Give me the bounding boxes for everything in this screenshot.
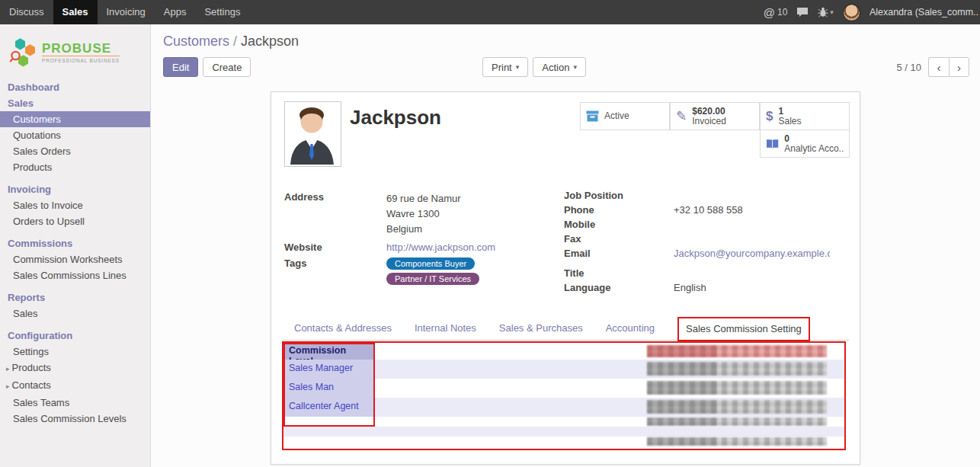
job-position-field: Job Position [564,190,846,202]
sidebar-section-invoicing[interactable]: Invoicing [0,181,150,197]
sidebar-item-products[interactable]: Products [0,159,150,175]
website-label: Website [284,241,386,253]
customer-form-sheet: Jackpson Active ✎ $620.00 Invoiced [271,91,860,465]
sidebar-item-orders-to-upsell[interactable]: Orders to Upsell [0,213,150,229]
action-menu-button[interactable]: Action▾ [533,57,586,77]
sidebar-item-sales-teams[interactable]: Sales Teams [0,395,150,411]
title-field: Title [564,267,846,280]
sidebar-section-commissions[interactable]: Commissions [0,235,150,251]
user-avatar[interactable] [843,4,860,21]
sidebar-item-commission-worksheets[interactable]: Commission Worksheets [0,251,150,267]
expand-caret-icon[interactable]: ▸ [6,382,10,390]
record-pager: 5 / 10 ‹› [896,57,969,77]
redacted-cell-value [647,417,827,426]
menu-invoicing[interactable]: Invoicing [98,0,155,24]
active-stat-button[interactable]: Active [580,102,670,130]
website-field: Website http://www.jackpson.com [284,241,551,253]
fax-label: Fax [564,233,674,245]
address-field: Address 69 rue de Namur Wavre 1300 Belgi… [284,191,551,237]
language-value: English [674,282,706,294]
redacted-cell-value [647,381,827,395]
redacted-cell-value [647,437,827,446]
sidebar-item-customers[interactable]: Customers [0,111,150,127]
menu-sales[interactable]: Sales [53,0,98,24]
sidebar-section-sales[interactable]: Sales [0,95,150,111]
chat-bubble-icon [796,7,809,18]
table-row[interactable]: Sales Manager [283,360,844,379]
menu-apps[interactable]: Apps [155,0,196,24]
customer-name: Jackpson [350,106,441,130]
sidebar-nav: Dashboard Sales Customers Quotations Sal… [0,79,150,427]
menu-discuss[interactable]: Discuss [0,0,53,24]
sidebar-item-dashboard[interactable]: Dashboard [0,79,150,95]
control-panel: Edit Create Print▾ Action▾ 5 / 10 ‹› [163,56,969,78]
breadcrumb-customers-link[interactable]: Customers [163,34,229,49]
redacted-cell-value [647,400,827,414]
tab-sales-commission-setting[interactable]: Sales Commission Setting [677,317,810,341]
app-window: Discuss Sales Invoicing Apps Settings @ … [0,0,980,467]
tab-contacts-addresses[interactable]: Contacts & Addresses [294,322,392,340]
print-menu-button[interactable]: Print▾ [482,57,528,77]
pager-next-button[interactable]: › [949,57,969,77]
commission-level-cell[interactable]: Callcenter Agent [283,398,375,417]
redacted-header-value [647,345,827,357]
breadcrumb: Customers/Jackpson [163,34,980,50]
website-link[interactable]: http://www.jackpson.com [386,241,495,253]
sidebar-item-sales-commission-levels[interactable]: Sales Commission Levels [0,411,150,427]
sidebar-section-configuration[interactable]: Configuration [0,328,150,344]
phone-label: Phone [564,204,674,216]
sidebar-item-contacts-config[interactable]: ▸Contacts [0,377,150,395]
stat-label: Invoiced [692,117,726,126]
email-link[interactable]: Jackpson@yourcompany.example.c.. [674,248,830,260]
analytic-accounts-stat-button[interactable]: 0 Analytic Acco... [760,130,850,158]
logo-tagline: PROFESSIONAL BUSINESS [42,56,120,63]
table-row[interactable]: Callcenter Agent [283,398,844,417]
tab-accounting[interactable]: Accounting [606,322,655,340]
table-row[interactable]: Sales Man [283,379,844,398]
fax-field: Fax [564,233,846,245]
tab-sales-purchases[interactable]: Sales & Purchases [499,322,583,340]
sidebar-item-quotations[interactable]: Quotations [0,127,150,143]
customer-avatar[interactable] [284,101,341,167]
company-logo: PROBUSE PROFESSIONAL BUSINESS [0,24,150,79]
mention-count: 10 [777,7,787,18]
menu-settings[interactable]: Settings [195,0,249,24]
debug-menu-button[interactable]: ▾ [818,7,834,18]
commission-level-cell[interactable]: Sales Manager [283,360,375,379]
edit-button[interactable]: Edit [163,57,198,77]
tag-components-buyer: Components Buyer [386,257,475,270]
phone-value: +32 10 588 558 [674,204,743,216]
left-field-column: Address 69 rue de Namur Wavre 1300 Belgi… [284,191,551,289]
tab-internal-notes[interactable]: Internal Notes [415,322,476,340]
create-button[interactable]: Create [203,57,251,77]
stat-value: 1 [778,107,801,117]
sidebar-item-products-config[interactable]: ▸Products [0,360,150,377]
app-sidebar: PROBUSE PROFESSIONAL BUSINESS Dashboard … [0,24,151,467]
caret-down-icon: ▾ [573,63,577,71]
logo-name: PROBUSE [42,42,120,56]
top-navbar: Discuss Sales Invoicing Apps Settings @ … [0,0,980,24]
messages-button[interactable] [796,7,809,18]
email-label: Email [564,248,674,260]
commission-level-cell[interactable]: Sales Man [283,379,375,398]
mobile-label: Mobile [564,219,674,231]
mention-icon: @ [764,6,775,19]
sidebar-section-reports[interactable]: Reports [0,289,150,305]
sidebar-item-sales-orders[interactable]: Sales Orders [0,143,150,159]
address-label: Address [284,191,386,237]
sidebar-item-sales-to-invoice[interactable]: Sales to Invoice [0,197,150,213]
breadcrumb-current: Jackpson [241,34,299,49]
mentions-button[interactable]: @ 10 [764,6,788,19]
pager-previous-button[interactable]: ‹ [928,57,949,77]
user-menu[interactable]: Alexandra (Sales_comm.. [870,7,978,18]
sales-stat-button[interactable]: $ 1 Sales [760,102,850,130]
stat-value: $620.00 [692,107,726,117]
column-header-commission-level[interactable]: Commission Level [283,343,375,360]
stat-buttons: Active ✎ $620.00 Invoiced $ 1 Sales [578,102,850,159]
expand-caret-icon[interactable]: ▸ [6,365,10,373]
sidebar-item-settings[interactable]: Settings [0,344,150,360]
tag-partner-it-services: Partner / IT Services [386,273,479,285]
invoiced-stat-button[interactable]: ✎ $620.00 Invoiced [670,102,760,130]
sidebar-item-sales-report[interactable]: Sales [0,305,150,321]
sidebar-item-sales-commissions-lines[interactable]: Sales Commissions Lines [0,267,150,283]
